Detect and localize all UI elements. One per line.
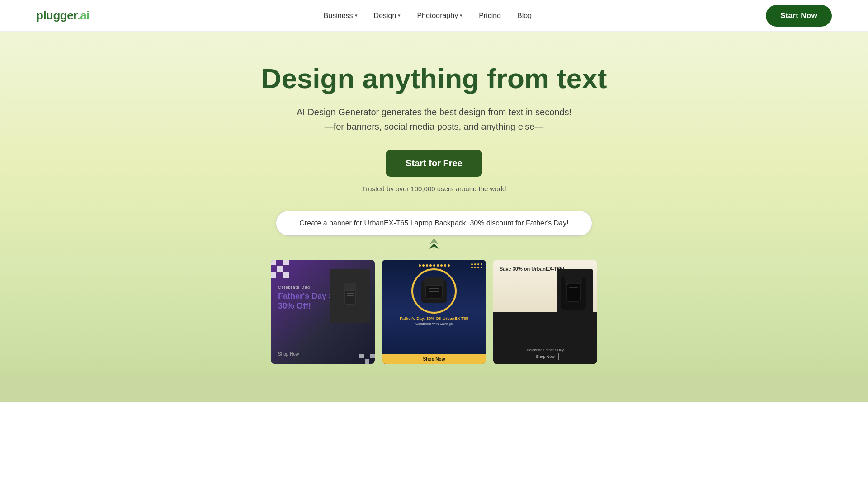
svg-rect-2 xyxy=(345,291,355,304)
footer-section xyxy=(0,375,868,402)
svg-rect-11 xyxy=(565,272,582,284)
chevron-down-icon: ▾ xyxy=(355,13,358,19)
card3-bag-image xyxy=(557,269,593,314)
card2-dots-top xyxy=(419,264,450,267)
card1-bag-image xyxy=(330,269,370,323)
start-for-free-button[interactable]: Start for Free xyxy=(386,150,482,177)
svg-rect-4 xyxy=(347,295,354,296)
nav-links: Business ▾ Design ▾ Photography ▾ Pricin… xyxy=(324,12,532,20)
checkerboard-bottom xyxy=(359,354,375,364)
trust-text: Trusted by over 100,000 users around the… xyxy=(362,185,506,192)
svg-rect-12 xyxy=(566,283,580,301)
demo-cards: Celebrate Dad Father's Day Special: 30% … xyxy=(271,260,597,364)
card2-shop: Shop Now xyxy=(382,354,486,364)
svg-rect-9 xyxy=(429,291,439,292)
demo-card-purple: Celebrate Dad Father's Day Special: 30% … xyxy=(271,260,375,364)
hero-subtitle: AI Design Generator generates the best d… xyxy=(297,105,571,134)
nav-link-pricing[interactable]: Pricing xyxy=(479,12,501,20)
card1-shop: Shop Now xyxy=(278,352,299,357)
card2-title-line2: Celebrate with Savings xyxy=(415,322,453,326)
nav-item-design[interactable]: Design ▾ xyxy=(374,12,401,20)
card3-bottom: Celebrate Father's Day Shop Now xyxy=(493,312,597,364)
demo-prompt: Create a banner for UrbanEX-T65 Laptop B… xyxy=(276,211,592,236)
nav-label-pricing: Pricing xyxy=(479,12,501,20)
hero-section: Design anything from text AI Design Gene… xyxy=(0,32,868,375)
hero-subtitle-line2: —for banners, social media posts, and an… xyxy=(325,122,544,131)
nav-label-design: Design xyxy=(374,12,396,20)
hero-title: Design anything from text xyxy=(261,63,607,94)
svg-rect-13 xyxy=(569,287,578,288)
checkerboard-pattern xyxy=(271,260,289,278)
nav-label-business: Business xyxy=(324,12,353,20)
logo-plugger: plugger xyxy=(36,9,77,22)
nav-link-business[interactable]: Business ▾ xyxy=(324,12,358,20)
logo-ai: .ai xyxy=(77,9,89,22)
chevron-down-icon: ▾ xyxy=(398,13,401,19)
nav-label-blog: Blog xyxy=(517,12,532,20)
navbar: plugger.ai Business ▾ Design ▾ Photograp… xyxy=(0,0,868,32)
card3-shop: Shop Now xyxy=(532,353,559,360)
demo-card-beige: Save 30% on UrbanEX-T65! Celebrate Fathe… xyxy=(493,260,597,364)
demo-card-navy: Father's Day: 30% Off UrbanEX-T65 Celebr… xyxy=(382,260,486,364)
demo-arrow-icon xyxy=(426,239,442,254)
nav-item-photography[interactable]: Photography ▾ xyxy=(417,12,462,20)
svg-rect-3 xyxy=(347,293,354,294)
svg-rect-14 xyxy=(569,291,578,291)
nav-label-photography: Photography xyxy=(417,12,458,20)
demo-container: Create a banner for UrbanEX-T65 Laptop B… xyxy=(276,211,592,364)
nav-link-design[interactable]: Design ▾ xyxy=(374,12,401,20)
nav-item-pricing[interactable]: Pricing xyxy=(479,12,501,20)
card2-dots-corner xyxy=(471,263,482,268)
start-now-button[interactable]: Start Now xyxy=(766,5,832,27)
card3-celebrate: Celebrate Father's Day xyxy=(527,348,564,352)
hero-subtitle-line1: AI Design Generator generates the best d… xyxy=(297,107,571,117)
card2-title-line1: Father's Day: 30% Off UrbanEX-T65 xyxy=(400,316,468,321)
nav-link-photography[interactable]: Photography ▾ xyxy=(417,12,462,20)
nav-link-blog[interactable]: Blog xyxy=(517,12,532,20)
nav-item-blog[interactable]: Blog xyxy=(517,12,532,20)
nav-item-business[interactable]: Business ▾ xyxy=(324,12,358,20)
chevron-down-icon: ▾ xyxy=(460,13,462,19)
svg-rect-8 xyxy=(429,288,439,289)
card2-circle xyxy=(411,268,457,314)
card1-celebrate-text: Celebrate Dad xyxy=(278,285,310,290)
logo[interactable]: plugger.ai xyxy=(36,9,90,23)
